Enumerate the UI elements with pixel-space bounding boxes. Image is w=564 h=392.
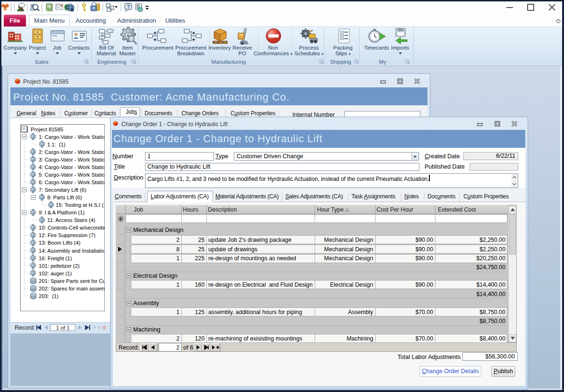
svg-text:10: Controls-Cell w/secondary: 10: Controls-Cell w/secondary bbox=[39, 225, 104, 230]
svg-text:Project 81585: Project 81585 bbox=[31, 127, 63, 132]
svg-text:203: (1): 203: (1) bbox=[39, 293, 59, 299]
svg-text:16: Freight (1): 16: Freight (1) bbox=[39, 256, 72, 261]
svg-text:4: Cargo-Vator - Work Station: 4: Cargo-Vator - Work Station bbox=[39, 164, 104, 170]
svg-text:2: Cargo-Vator - Work Station: 2: Cargo-Vator - Work Station bbox=[39, 149, 104, 155]
svg-text:?: ? bbox=[127, 4, 130, 9]
svg-text:101: pelletizer (2): 101: pelletizer (2) bbox=[39, 263, 80, 269]
svg-text:5: Cargo-Vator - Work Station: 5: Cargo-Vator - Work Station bbox=[39, 172, 104, 178]
svg-text:7: Secondary Lift (6): 7: Secondary Lift (6) bbox=[39, 187, 86, 193]
svg-text:9: I & A Platform (1): 9: I & A Platform (1) bbox=[39, 210, 85, 215]
svg-text:1.1: (1): 1.1: (1) bbox=[47, 142, 66, 147]
svg-text:13: Boom Lifts (4): 13: Boom Lifts (4) bbox=[39, 240, 81, 246]
svg-text:2: 2 bbox=[176, 344, 179, 351]
svg-text:6: Cargo-Vator - Work Station: 6: Cargo-Vator - Work Station bbox=[39, 179, 104, 185]
svg-text:1 of 1: 1 of 1 bbox=[56, 325, 70, 331]
svg-text:3: Cargo-Vator - Work Station: 3: Cargo-Vator - Work Station bbox=[39, 157, 104, 162]
svg-text:102: auger (1): 102: auger (1) bbox=[39, 271, 72, 276]
svg-text:1: Cargo-Vator - Work Station: 1: Cargo-Vator - Work Station bbox=[39, 134, 104, 140]
svg-text:11: Access Stairs (4): 11: Access Stairs (4) bbox=[47, 217, 95, 223]
svg-text:15: Tooling at H.S.I (1: 15: Tooling at H.S.I (1 bbox=[56, 202, 104, 208]
svg-text:8: Parts Lift (6): 8: Parts Lift (6) bbox=[47, 195, 82, 200]
